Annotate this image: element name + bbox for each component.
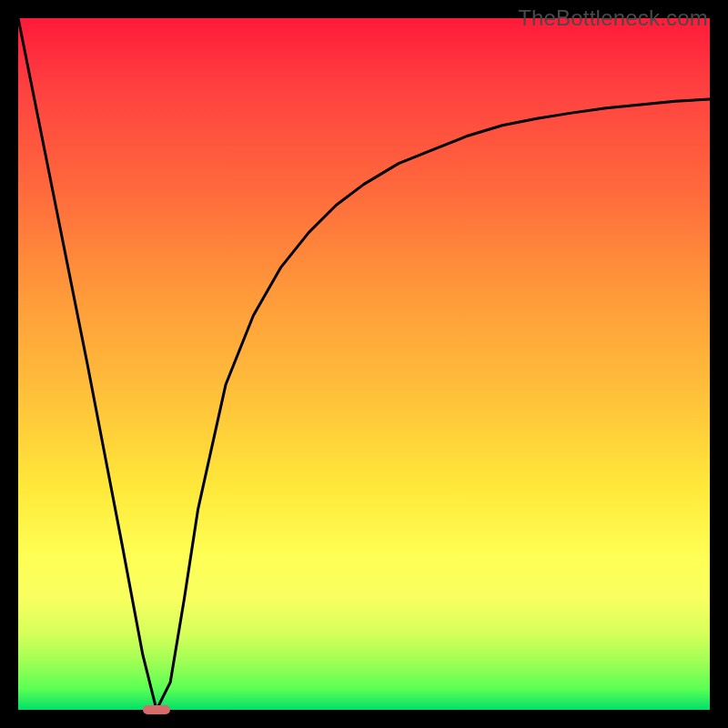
- plot-area: [18, 18, 710, 710]
- curve-svg: [18, 18, 710, 710]
- bottleneck-curve: [18, 18, 710, 710]
- optimal-point-marker: [143, 705, 170, 713]
- watermark-text: TheBottleneck.com: [518, 5, 708, 31]
- chart-container: TheBottleneck.com: [0, 0, 728, 728]
